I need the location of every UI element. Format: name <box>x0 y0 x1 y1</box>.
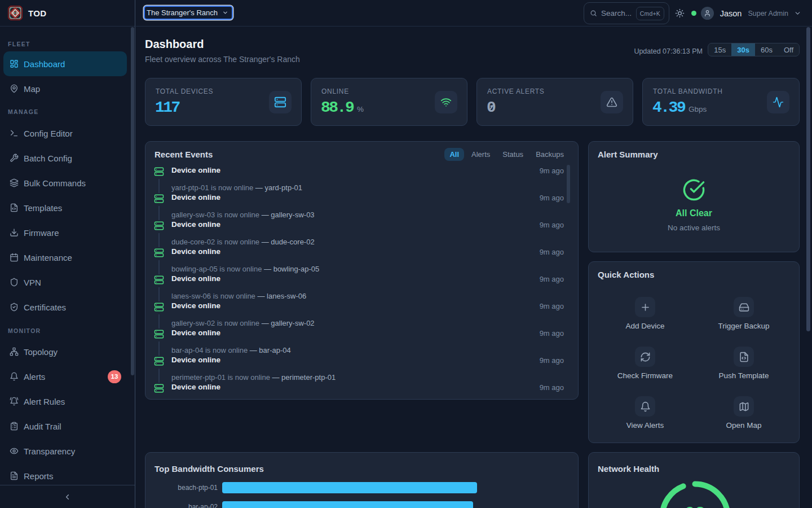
svg-text:98: 98 <box>685 504 705 508</box>
